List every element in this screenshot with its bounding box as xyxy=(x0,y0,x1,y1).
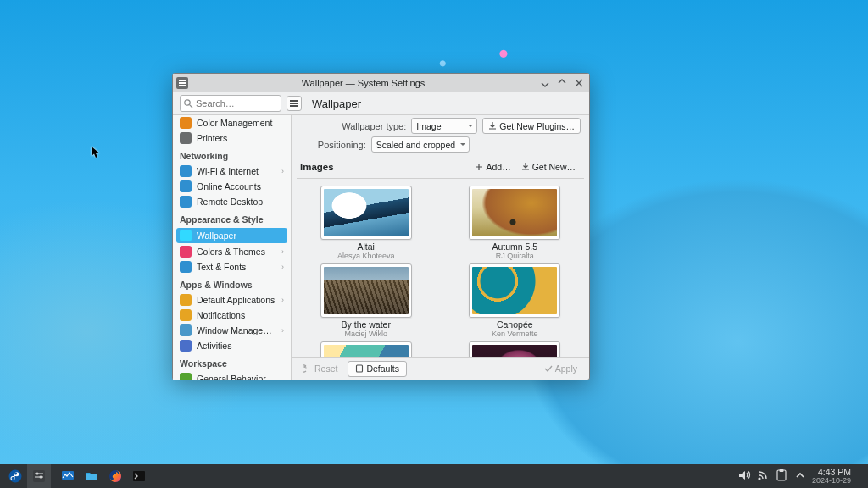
sidebar-item-label: Online Accounts xyxy=(197,181,284,191)
main-pane: Wallpaper type: Image Get New Plugins… P… xyxy=(292,115,589,380)
sidebar-item-icon xyxy=(180,373,192,380)
sidebar-item-wallpaper[interactable]: Wallpaper xyxy=(176,228,287,243)
svg-point-7 xyxy=(36,473,39,475)
toolbar: Wallpaper xyxy=(173,92,589,115)
close-button[interactable] xyxy=(572,76,586,90)
sidebar-heading: Appearance & Style xyxy=(173,209,291,227)
wallpaper-item[interactable]: AltaiAlesya Khoteeva xyxy=(309,186,424,260)
titlebar[interactable]: Wallpaper — System Settings xyxy=(173,74,589,92)
wallpaper-thumb xyxy=(472,267,557,314)
clock-date: 2024-10-29 xyxy=(812,477,851,485)
clock[interactable]: 4:43 PM 2024-10-29 xyxy=(812,468,851,485)
sidebar[interactable]: Color ManagementPrintersNetworkingWi-Fi … xyxy=(173,115,292,380)
clipboard-icon[interactable] xyxy=(775,469,788,484)
sidebar-item-online-accounts[interactable]: Online Accounts xyxy=(173,179,291,194)
taskbar[interactable]: 4:43 PM 2024-10-29 xyxy=(0,464,868,488)
sidebar-item-icon xyxy=(180,196,192,208)
minimize-button[interactable] xyxy=(538,76,552,90)
task-files[interactable] xyxy=(80,464,103,488)
defaults-button[interactable]: Defaults xyxy=(348,361,407,377)
wallpaper-thumb-frame xyxy=(469,341,560,357)
images-heading: Images xyxy=(300,162,470,172)
wallpaper-thumb-frame xyxy=(320,341,412,357)
app-menu-icon[interactable] xyxy=(176,77,188,89)
add-image-button[interactable]: Add… xyxy=(470,158,515,175)
maximize-button[interactable] xyxy=(555,76,569,90)
wallpaper-type-row: Wallpaper type: Image Get New Plugins… xyxy=(292,115,589,136)
search-icon xyxy=(183,98,193,108)
download-icon xyxy=(521,163,530,171)
wallpaper-thumb xyxy=(472,189,557,236)
wallpaper-item[interactable] xyxy=(458,341,573,357)
wallpaper-thumb-frame xyxy=(320,186,412,240)
images-section-header: Images Add… Get New… xyxy=(292,155,589,176)
sidebar-item-label: Text & Fonts xyxy=(197,262,276,272)
positioning-select[interactable]: Scaled and cropped xyxy=(371,136,470,152)
sidebar-heading: Apps & Windows xyxy=(173,274,291,292)
get-new-plugins-button[interactable]: Get New Plugins… xyxy=(482,118,581,134)
task-system-settings[interactable] xyxy=(27,464,51,488)
wallpaper-name: By the water xyxy=(342,319,391,330)
sidebar-item-icon xyxy=(180,230,192,241)
wallpaper-grid-scroll[interactable]: AltaiAlesya KhoteevaAutumn 5.5RJ Quiralt… xyxy=(297,178,584,357)
wallpaper-thumb-frame xyxy=(320,263,412,318)
sidebar-item-notifications[interactable]: Notifications xyxy=(173,308,291,323)
system-settings-window: Wallpaper — System Settings Wallpaper Co… xyxy=(172,73,590,380)
svg-rect-15 xyxy=(779,469,783,472)
document-icon xyxy=(355,364,364,373)
wallpaper-name: Autumn 5.5 xyxy=(492,241,537,252)
svg-rect-2 xyxy=(357,365,363,372)
sidebar-item-text-fonts[interactable]: Text & Fonts› xyxy=(173,259,291,274)
wallpaper-item[interactable]: CanopéeKen Vermette xyxy=(458,263,573,338)
sidebar-item-label: Remote Desktop xyxy=(197,197,284,207)
positioning-label: Positioning: xyxy=(318,140,366,150)
sidebar-item-label: Printers xyxy=(197,133,284,143)
sidebar-item-colors-themes[interactable]: Colors & Themes› xyxy=(173,244,291,259)
wallpaper-type-label: Wallpaper type: xyxy=(342,121,406,131)
network-icon[interactable] xyxy=(756,469,770,484)
fedora-icon xyxy=(8,469,22,483)
get-new-wallpapers-button[interactable]: Get New… xyxy=(516,158,581,175)
svg-point-13 xyxy=(758,477,760,480)
wallpaper-thumb-frame xyxy=(469,186,560,240)
sidebar-item-wi-fi-internet[interactable]: Wi-Fi & Internet› xyxy=(173,164,291,179)
volume-icon[interactable] xyxy=(737,469,751,484)
sidebar-item-remote-desktop[interactable]: Remote Desktop xyxy=(173,194,291,209)
folder-icon xyxy=(85,469,98,483)
sidebar-item-default-applications[interactable]: Default Applications› xyxy=(173,292,291,308)
apply-button[interactable]: Apply xyxy=(539,361,582,377)
sidebar-item-color-management[interactable]: Color Management xyxy=(173,115,291,130)
wallpaper-author: Maciej Wiklo xyxy=(344,330,387,338)
sidebar-item-window-management[interactable]: Window Management› xyxy=(173,323,291,338)
plus-icon xyxy=(475,163,483,171)
terminal-icon xyxy=(132,469,146,483)
svg-line-1 xyxy=(190,105,192,108)
sidebar-item-label: Notifications xyxy=(197,310,284,320)
monitor-icon xyxy=(61,469,75,483)
sidebar-item-label: Window Management xyxy=(197,325,276,336)
app-launcher-button[interactable] xyxy=(3,464,27,488)
sidebar-item-printers[interactable]: Printers xyxy=(173,130,291,146)
show-desktop-button[interactable] xyxy=(860,464,865,488)
wallpaper-item[interactable]: Autumn 5.5RJ Quiralta xyxy=(458,186,573,260)
wallpaper-thumb-frame xyxy=(469,263,560,318)
wallpaper-thumb xyxy=(324,189,409,236)
wallpaper-type-select[interactable]: Image xyxy=(411,118,477,134)
reset-button[interactable]: Reset xyxy=(298,361,342,377)
wallpaper-item[interactable] xyxy=(309,341,424,357)
sidebar-item-general-behavior[interactable]: General Behavior xyxy=(173,371,291,380)
positioning-row: Positioning: Scaled and cropped xyxy=(292,136,589,155)
task-firefox[interactable] xyxy=(103,464,127,488)
svg-rect-10 xyxy=(86,474,97,480)
task-konsole[interactable] xyxy=(127,464,151,488)
task-system-monitor[interactable] xyxy=(56,464,80,488)
chevron-right-icon: › xyxy=(281,326,284,335)
check-icon xyxy=(544,364,553,373)
tray-expand-icon[interactable] xyxy=(793,469,807,484)
sidebar-item-activities[interactable]: Activities xyxy=(173,338,291,353)
menu-button[interactable] xyxy=(287,96,302,111)
wallpaper-name: Canopée xyxy=(497,319,533,330)
wallpaper-item[interactable]: By the waterMaciej Wiklo xyxy=(309,263,424,338)
search-input-wrap xyxy=(180,95,281,112)
search-input[interactable] xyxy=(180,95,281,112)
